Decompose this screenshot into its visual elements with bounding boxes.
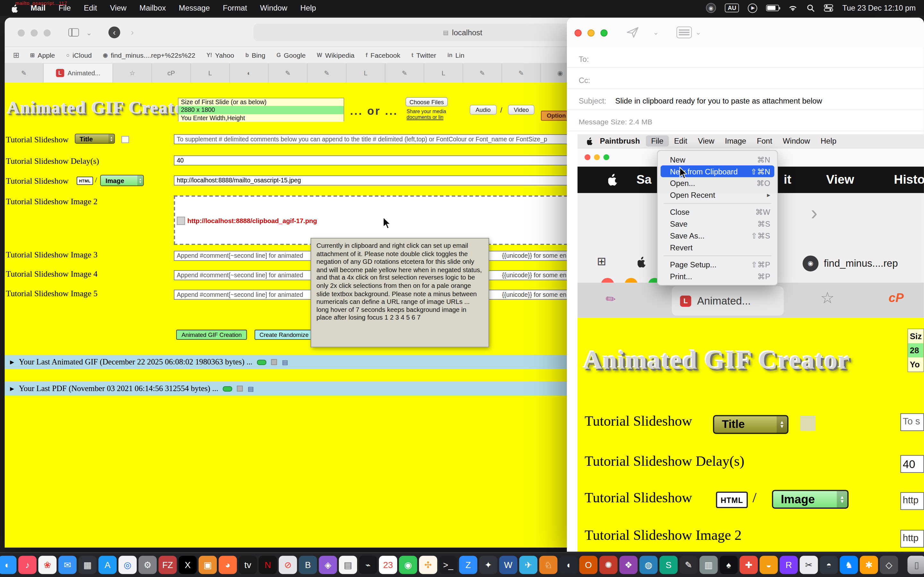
play-status-icon[interactable]: ▶ [748, 3, 758, 13]
dock-app[interactable]: ♪ [18, 556, 37, 574]
dock-app[interactable]: ▥ [699, 556, 718, 574]
dock-app[interactable]: B [299, 556, 317, 574]
subject-value[interactable]: Slide in clipboard ready for you to past… [615, 97, 822, 105]
dock-app[interactable]: ▦ [78, 556, 97, 574]
bookmarks-grid-icon[interactable]: ⊞ [13, 51, 19, 60]
chevron-down-icon[interactable]: ⌄ [695, 28, 701, 37]
dock-app[interactable]: ◐ [0, 556, 16, 574]
dock-app[interactable]: tv [239, 556, 257, 574]
dock-app[interactable]: S [659, 556, 678, 574]
send-icon[interactable] [626, 26, 640, 39]
dock-app[interactable]: ◈ [319, 556, 337, 574]
control-center-icon[interactable] [824, 4, 834, 12]
tab[interactable]: L [347, 63, 385, 82]
gif-doc-icon[interactable]: ▤ [282, 359, 288, 365]
minimize-button[interactable] [588, 29, 594, 37]
dock-app[interactable]: ◇ [880, 556, 898, 574]
create-randomized-button[interactable]: Create Randomize [254, 330, 313, 340]
dock-app[interactable]: ◓ [820, 556, 838, 574]
dock-app[interactable]: O [579, 556, 598, 574]
paintbrush-menu-font[interactable]: Font [751, 135, 777, 147]
title-dropdown[interactable]: Title ▲▼ [75, 134, 115, 143]
paintbrush-app-name[interactable]: Paintbrush [594, 137, 646, 145]
bookmark-yahoo[interactable]: Y!Yahoo [207, 52, 234, 59]
dock-app[interactable]: ♠ [720, 556, 738, 574]
paintbrush-menu-image[interactable]: Image [720, 135, 751, 147]
gif-action-icon[interactable] [271, 359, 277, 365]
menubar-item-window[interactable]: Window [254, 3, 294, 13]
dock-app[interactable]: ♘ [540, 556, 557, 574]
menubar-item-help[interactable]: Help [294, 3, 323, 13]
dock-app[interactable]: ⚙ [139, 556, 157, 574]
bookmark-facebook[interactable]: fFacebook [366, 52, 401, 59]
chevron-down-icon[interactable]: ⌄ [653, 28, 659, 37]
input-source-indicator[interactable]: AU [725, 3, 739, 13]
minimize-button[interactable] [594, 154, 599, 160]
dock-app[interactable]: N [258, 556, 277, 574]
menubar-item-message[interactable]: Message [172, 3, 216, 13]
menubar-status-icon[interactable]: ◉ [706, 3, 716, 13]
tab[interactable]: ✎ [385, 63, 424, 82]
menubar-item-view[interactable]: View [103, 3, 133, 13]
minimize-button[interactable] [31, 29, 38, 37]
bookmark-twitter[interactable]: tTwitter [411, 52, 436, 59]
dock-app[interactable]: ✺ [599, 556, 618, 574]
animated-gif-creation-button[interactable]: Animated GIF Creation [176, 330, 247, 340]
pdf-action-icon[interactable] [237, 386, 243, 392]
dock-app[interactable]: ✚ [740, 556, 758, 574]
disclosure-triangle-icon[interactable]: ▶ [10, 386, 14, 392]
file-menu-save[interactable]: Save⌘S [658, 218, 777, 230]
dock-app[interactable]: R [780, 556, 798, 574]
bookmark-wikipedia[interactable]: WWikipedia [317, 52, 355, 59]
dock-app[interactable]: ♞ [840, 556, 858, 574]
to-field[interactable] [602, 55, 918, 64]
pdf-preview-icon[interactable] [223, 386, 232, 392]
paintbrush-menu-window[interactable]: Window [777, 135, 815, 147]
tab[interactable]: ✎ [308, 63, 347, 82]
paintbrush-menu-help[interactable]: Help [815, 135, 842, 147]
dock-app[interactable]: ◍ [640, 556, 658, 574]
dock-app[interactable]: ❀ [38, 556, 57, 574]
dock-app[interactable]: Z [459, 556, 477, 574]
zoom-button[interactable] [44, 29, 51, 37]
bookmark-google[interactable]: GGoogle [276, 52, 306, 59]
apple-menu-icon[interactable] [587, 137, 594, 145]
pdf-doc-icon[interactable]: ▤ [248, 386, 254, 392]
tab[interactable]: ☆ [113, 63, 152, 82]
dock-app[interactable]: ◎ [118, 556, 137, 574]
wifi-icon[interactable] [788, 4, 798, 12]
size-box-value[interactable]: 2880 x 1800 [179, 106, 344, 114]
tab[interactable]: L [424, 63, 463, 82]
choose-files-button[interactable]: Choose Files [405, 97, 448, 106]
zoom-button[interactable] [604, 154, 609, 160]
share-text-line2[interactable]: documents or lin [407, 114, 443, 120]
dock-app[interactable]: W [499, 556, 517, 574]
image-dropdown[interactable]: Image ▲▼ [100, 175, 144, 186]
paintbrush-menu-view[interactable]: View [693, 135, 720, 147]
dock-app[interactable]: ✱ [860, 556, 878, 574]
forward-button[interactable]: › [131, 27, 134, 37]
file-menu-revert[interactable]: Revert [658, 242, 777, 253]
spotlight-search-icon[interactable] [807, 4, 815, 12]
dock-app[interactable]: ✦ [479, 556, 497, 574]
bookmark-bing[interactable]: bBing [246, 52, 265, 59]
dock-app[interactable]: FZ [158, 556, 177, 574]
menubar-item-edit[interactable]: Edit [78, 3, 103, 13]
file-menu-print[interactable]: Print...⌘P [658, 270, 777, 282]
menubar-clock[interactable]: Tue 23 Dec 12:10 pm [842, 3, 916, 13]
format-icon[interactable] [677, 27, 692, 39]
tab[interactable]: ✎ [463, 63, 502, 82]
paintbrush-menu-edit[interactable]: Edit [669, 135, 692, 147]
dock-app[interactable]: ✎ [680, 556, 698, 574]
attached-screenshot[interactable]: Paintbrush FileEditViewImageFontWindowHe… [577, 134, 924, 552]
file-menu-close[interactable]: Close⌘W [658, 206, 777, 218]
dock-app[interactable]: ✈ [519, 556, 537, 574]
dock-app[interactable]: ◒ [760, 556, 778, 574]
clipboard-image-link[interactable]: http://localhost:8888/clipboad_agif-17.p… [177, 217, 317, 225]
file-menu-new-from-clipboard[interactable]: New from Clipboard⇧⌘N [661, 165, 774, 177]
dock-app[interactable]: >_ [439, 556, 457, 574]
tab-animated[interactable]: LAnimated... [44, 63, 113, 82]
bookmark-find-minus-rep-22s-22[interactable]: ◉find_minus....rep+%22s%22 [103, 52, 195, 59]
tab[interactable]: ✎ [502, 63, 541, 82]
tab[interactable]: cP [152, 63, 191, 82]
